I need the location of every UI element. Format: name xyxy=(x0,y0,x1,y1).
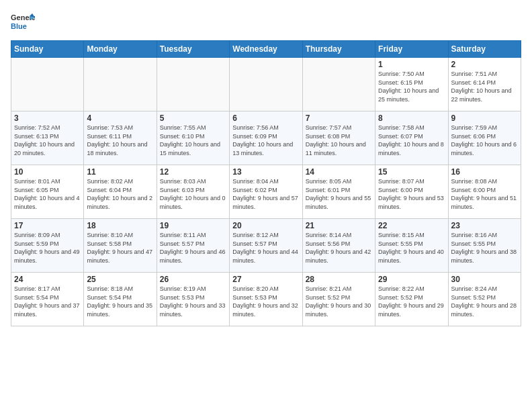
calendar-day-cell: 14Sunrise: 8:05 AMSunset: 6:01 PMDayligh… xyxy=(302,165,375,219)
day-number: 27 xyxy=(232,275,299,284)
logo: General Blue xyxy=(11,11,35,35)
calendar-day-cell: 18Sunrise: 8:10 AMSunset: 5:58 PMDayligh… xyxy=(84,219,157,273)
day-info: Sunrise: 8:17 AMSunset: 5:54 PMDaylight:… xyxy=(14,285,81,318)
calendar-day-cell xyxy=(84,58,157,111)
day-info: Sunrise: 8:22 AMSunset: 5:52 PMDaylight:… xyxy=(378,285,445,318)
day-number: 7 xyxy=(306,113,372,123)
calendar-week-2: 3Sunrise: 7:52 AMSunset: 6:13 PMDaylight… xyxy=(11,111,521,165)
day-number: 30 xyxy=(451,275,518,284)
day-info: Sunrise: 8:08 AMSunset: 6:00 PMDaylight:… xyxy=(451,177,518,211)
calendar-day-cell: 5Sunrise: 7:55 AMSunset: 6:10 PMDaylight… xyxy=(157,111,229,165)
calendar-day-cell: 26Sunrise: 8:19 AMSunset: 5:53 PMDayligh… xyxy=(157,273,229,326)
calendar-week-3: 10Sunrise: 8:01 AMSunset: 6:05 PMDayligh… xyxy=(11,165,521,219)
day-info: Sunrise: 8:18 AMSunset: 5:54 PMDaylight:… xyxy=(87,285,153,318)
day-number: 11 xyxy=(87,167,153,177)
calendar-day-cell: 30Sunrise: 8:24 AMSunset: 5:52 PMDayligh… xyxy=(448,273,521,326)
day-info: Sunrise: 7:58 AMSunset: 6:07 PMDaylight:… xyxy=(378,124,445,157)
calendar-day-cell xyxy=(302,58,375,111)
day-info: Sunrise: 7:59 AMSunset: 6:06 PMDaylight:… xyxy=(451,124,518,157)
day-number: 20 xyxy=(232,221,299,230)
weekday-header-sunday: Sunday xyxy=(11,41,84,58)
calendar-table: SundayMondayTuesdayWednesdayThursdayFrid… xyxy=(11,40,521,326)
day-info: Sunrise: 8:24 AMSunset: 5:52 PMDaylight:… xyxy=(451,285,518,318)
calendar-day-cell: 17Sunrise: 8:09 AMSunset: 5:59 PMDayligh… xyxy=(11,219,84,273)
day-info: Sunrise: 8:12 AMSunset: 5:57 PMDaylight:… xyxy=(232,231,299,265)
day-number: 22 xyxy=(378,221,445,230)
day-number: 29 xyxy=(378,275,445,284)
day-info: Sunrise: 8:15 AMSunset: 5:55 PMDaylight:… xyxy=(378,231,445,265)
calendar-day-cell: 1Sunrise: 7:50 AMSunset: 6:15 PMDaylight… xyxy=(375,58,448,111)
calendar-week-4: 17Sunrise: 8:09 AMSunset: 5:59 PMDayligh… xyxy=(11,219,521,273)
day-info: Sunrise: 7:56 AMSunset: 6:09 PMDaylight:… xyxy=(232,124,299,157)
day-number: 14 xyxy=(306,167,372,177)
day-info: Sunrise: 8:05 AMSunset: 6:01 PMDaylight:… xyxy=(306,177,372,211)
weekday-header-tuesday: Tuesday xyxy=(157,41,229,58)
weekday-header-friday: Friday xyxy=(375,41,448,58)
day-info: Sunrise: 7:53 AMSunset: 6:11 PMDaylight:… xyxy=(87,124,153,157)
calendar-day-cell: 12Sunrise: 8:03 AMSunset: 6:03 PMDayligh… xyxy=(157,165,229,219)
calendar-day-cell: 3Sunrise: 7:52 AMSunset: 6:13 PMDaylight… xyxy=(11,111,84,165)
day-number: 23 xyxy=(451,221,518,230)
calendar-day-cell: 8Sunrise: 7:58 AMSunset: 6:07 PMDaylight… xyxy=(375,111,448,165)
day-number: 12 xyxy=(160,167,226,177)
day-info: Sunrise: 8:10 AMSunset: 5:58 PMDaylight:… xyxy=(87,231,153,265)
day-info: Sunrise: 8:07 AMSunset: 6:00 PMDaylight:… xyxy=(378,177,445,211)
day-info: Sunrise: 8:09 AMSunset: 5:59 PMDaylight:… xyxy=(14,231,81,265)
calendar-day-cell xyxy=(230,58,302,111)
day-info: Sunrise: 7:52 AMSunset: 6:13 PMDaylight:… xyxy=(14,124,81,157)
day-number: 5 xyxy=(160,113,226,123)
day-info: Sunrise: 7:50 AMSunset: 6:15 PMDaylight:… xyxy=(378,70,445,103)
day-number: 8 xyxy=(378,113,445,123)
day-number: 16 xyxy=(451,167,518,177)
calendar-day-cell: 7Sunrise: 7:57 AMSunset: 6:08 PMDaylight… xyxy=(302,111,375,165)
day-info: Sunrise: 7:51 AMSunset: 6:14 PMDaylight:… xyxy=(451,70,518,103)
calendar-day-cell: 9Sunrise: 7:59 AMSunset: 6:06 PMDaylight… xyxy=(448,111,521,165)
calendar-day-cell: 23Sunrise: 8:16 AMSunset: 5:55 PMDayligh… xyxy=(448,219,521,273)
day-info: Sunrise: 8:01 AMSunset: 6:05 PMDaylight:… xyxy=(14,177,81,211)
day-info: Sunrise: 8:21 AMSunset: 5:52 PMDaylight:… xyxy=(306,285,372,318)
day-number: 28 xyxy=(306,275,372,284)
calendar-day-cell: 29Sunrise: 8:22 AMSunset: 5:52 PMDayligh… xyxy=(375,273,448,326)
page-header: General Blue xyxy=(11,11,521,35)
day-number: 3 xyxy=(14,113,81,123)
day-number: 21 xyxy=(306,221,372,230)
calendar-day-cell: 15Sunrise: 8:07 AMSunset: 6:00 PMDayligh… xyxy=(375,165,448,219)
day-number: 19 xyxy=(160,221,226,230)
calendar-day-cell: 10Sunrise: 8:01 AMSunset: 6:05 PMDayligh… xyxy=(11,165,84,219)
day-number: 1 xyxy=(378,60,445,69)
weekday-header-thursday: Thursday xyxy=(302,41,375,58)
calendar-day-cell xyxy=(157,58,229,111)
calendar-day-cell: 2Sunrise: 7:51 AMSunset: 6:14 PMDaylight… xyxy=(448,58,521,111)
day-number: 18 xyxy=(87,221,153,230)
day-number: 4 xyxy=(87,113,153,123)
day-number: 17 xyxy=(14,221,81,230)
day-number: 25 xyxy=(87,275,153,284)
weekday-header-monday: Monday xyxy=(84,41,157,58)
calendar-day-cell: 6Sunrise: 7:56 AMSunset: 6:09 PMDaylight… xyxy=(230,111,302,165)
day-number: 6 xyxy=(232,113,299,123)
day-info: Sunrise: 8:16 AMSunset: 5:55 PMDaylight:… xyxy=(451,231,518,265)
calendar-day-cell: 22Sunrise: 8:15 AMSunset: 5:55 PMDayligh… xyxy=(375,219,448,273)
day-info: Sunrise: 7:55 AMSunset: 6:10 PMDaylight:… xyxy=(160,124,226,157)
calendar-day-cell: 25Sunrise: 8:18 AMSunset: 5:54 PMDayligh… xyxy=(84,273,157,326)
calendar-day-cell: 13Sunrise: 8:04 AMSunset: 6:02 PMDayligh… xyxy=(230,165,302,219)
logo-bird-icon: General Blue xyxy=(11,11,35,35)
day-number: 26 xyxy=(160,275,226,284)
day-info: Sunrise: 8:19 AMSunset: 5:53 PMDaylight:… xyxy=(160,285,226,318)
calendar-day-cell: 20Sunrise: 8:12 AMSunset: 5:57 PMDayligh… xyxy=(230,219,302,273)
calendar-day-cell: 24Sunrise: 8:17 AMSunset: 5:54 PMDayligh… xyxy=(11,273,84,326)
day-number: 24 xyxy=(14,275,81,284)
calendar-day-cell: 11Sunrise: 8:02 AMSunset: 6:04 PMDayligh… xyxy=(84,165,157,219)
day-number: 10 xyxy=(14,167,81,177)
calendar-day-cell: 4Sunrise: 7:53 AMSunset: 6:11 PMDaylight… xyxy=(84,111,157,165)
weekday-header-saturday: Saturday xyxy=(448,41,521,58)
day-number: 15 xyxy=(378,167,445,177)
weekday-header-row: SundayMondayTuesdayWednesdayThursdayFrid… xyxy=(11,41,521,58)
calendar-day-cell xyxy=(11,58,84,111)
day-number: 2 xyxy=(451,60,518,69)
calendar-day-cell: 16Sunrise: 8:08 AMSunset: 6:00 PMDayligh… xyxy=(448,165,521,219)
day-info: Sunrise: 7:57 AMSunset: 6:08 PMDaylight:… xyxy=(306,124,372,157)
day-info: Sunrise: 8:11 AMSunset: 5:57 PMDaylight:… xyxy=(160,231,226,265)
day-number: 13 xyxy=(232,167,299,177)
svg-text:Blue: Blue xyxy=(11,22,27,30)
